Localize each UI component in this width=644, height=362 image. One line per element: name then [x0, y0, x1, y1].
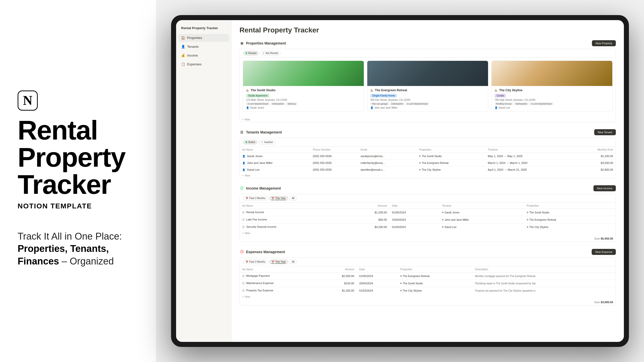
expense-col-description: Description	[472, 266, 616, 273]
tenant-timeline-3: April 1, 2024 → March 31, 2025	[485, 166, 575, 173]
property-badge-retreat: Single-Family Home	[370, 94, 397, 98]
link-dot-1	[419, 155, 421, 157]
property-card-body-studio: 🏠 The Sunlit Studio Studio Apartment 123…	[243, 86, 364, 112]
property-card-studio[interactable]: 🏠 The Sunlit Studio Studio Apartment 123…	[243, 61, 364, 112]
new-property-button[interactable]: New Property	[592, 40, 616, 46]
col-name: As Name	[240, 147, 310, 153]
left-panel: N Rental Property Tracker NOTION TEMPLAT…	[0, 0, 156, 362]
property-address-retreat: 456 Elm Street, Anytown, CA 12345	[370, 99, 485, 101]
calendar-icon-exp: 📅	[246, 261, 248, 263]
tenant-property-3: The City Skyline	[417, 166, 485, 173]
new-expense-button[interactable]: New Expense	[592, 249, 616, 255]
filter-this-year-expenses[interactable]: 📅 This Year	[269, 260, 288, 264]
col-phone: Phone Number	[310, 147, 358, 153]
property-card-body-retreat: 🏠 The Evergreen Retreat Single-Family Ho…	[367, 86, 488, 112]
sidebar-item-income[interactable]: 💰 Income	[178, 52, 229, 59]
expenses-sum: Sum $3,900.00	[240, 299, 616, 305]
property-card-skyline[interactable]: 🏠 The City Skyline Condo 789 High Street…	[491, 61, 613, 112]
tenant-rent-2: $3,500.00	[575, 160, 616, 166]
income-col-tenants: Tenants	[439, 203, 524, 209]
tenant-rent-3: $2,800.00	[575, 166, 616, 173]
filter-not-rented[interactable]: ✕ Not Rented	[260, 51, 280, 55]
properties-box: Rented ✕ Not Rented	[239, 49, 616, 122]
home-icon-skyline: 🏠	[495, 89, 497, 92]
tenant-row-3[interactable]: 👤 David Lee (555) 555-5555 davidlee@emai…	[240, 166, 616, 173]
expenses-section-header: ⓘ Expenses Management New Expense	[239, 249, 616, 255]
feature-tag: In-unit Washer/Dryer	[246, 102, 270, 105]
filter-rented[interactable]: Rented	[243, 51, 259, 55]
tenant-timeline-2: March 1, 2024 → March 1, 2025	[485, 160, 575, 166]
plus-icon: +	[242, 118, 244, 121]
tenants-table: As Name Phone Number Email Properties Ti…	[240, 147, 616, 173]
col-email: Email	[358, 147, 417, 153]
tenant-row-2[interactable]: 👤 John and Jane Miller (555) 555-5555 mi…	[240, 160, 616, 166]
tenant-name-2: 👤 John and Jane Miller	[240, 160, 310, 166]
income-box: 📅 Past 3 Months 📅 This Year All	[239, 194, 616, 242]
tenants-add-row[interactable]: + New	[240, 173, 616, 178]
income-tenant-1: Sarah Jones	[439, 209, 524, 216]
filter-inactive[interactable]: ✕ Inactive	[259, 140, 275, 144]
income-tenant-2: John and Jane Miller	[439, 216, 524, 223]
income-icon: 💰	[181, 54, 185, 57]
filter-past3-expenses[interactable]: 📅 Past 3 Months	[243, 260, 268, 264]
col-timeline: Timeline	[485, 147, 575, 153]
filter-past3-income[interactable]: 📅 Past 3 Months	[243, 196, 268, 200]
expense-col-properties: Properties	[398, 266, 472, 273]
income-amount-3: $4,200.00	[343, 223, 389, 231]
tenant-property-2: The Evergreen Retreat	[417, 160, 485, 166]
feature-tag: Dishwasher	[271, 102, 286, 105]
properties-add-row[interactable]: + New	[240, 117, 616, 122]
expense-desc-3: Property tax payment for The City Skylin…	[472, 287, 616, 294]
home-icon-studio: 🏠	[246, 89, 249, 92]
new-tenant-button[interactable]: New Tenant	[594, 129, 616, 135]
filter-all-income[interactable]: All	[290, 196, 297, 200]
feature-tag: In-unit Washer/Dryer	[406, 102, 429, 105]
income-property-3: The City Skyline	[524, 223, 616, 231]
expense-row-3[interactable]: ⓘ Property Tax Expense $1,250.00 01/03/2…	[240, 287, 616, 294]
property-card-retreat[interactable]: 🏠 The Evergreen Retreat Single-Family Ho…	[367, 61, 488, 112]
notion-main: Rental Property Tracker ⊞ Properties Man…	[231, 20, 624, 342]
active-dot	[246, 141, 247, 143]
tenants-box: Active ✕ Inactive As Name Ph	[239, 138, 616, 178]
feature-tag: Dishwasher	[514, 102, 529, 105]
tenants-section: ☰ Tenants Management New Tenant Active	[239, 129, 616, 178]
expenses-table: As Name Amount Date Properties Descripti…	[240, 266, 616, 294]
sidebar-item-expenses[interactable]: 📋 Expenses	[178, 60, 229, 68]
income-row-1[interactable]: ⓘ Rental Income $1,200.00 01/05/2024 Sar	[240, 209, 616, 216]
person-icon-2: 👤	[242, 162, 245, 164]
income-link-dot-2	[442, 219, 444, 220]
tenant-email-1: sarahjones@ema...	[358, 153, 417, 160]
income-prop-dot-2	[527, 219, 528, 220]
tenant-row-1[interactable]: 👤 Sarah Jones (555) 555-5555 sarahjones@…	[240, 153, 616, 160]
new-income-button[interactable]: New Income	[593, 185, 616, 191]
filter-this-year-income[interactable]: 📅 This Year	[269, 196, 288, 200]
link-dot-2	[419, 162, 421, 164]
income-add-row[interactable]: + New	[240, 231, 616, 236]
income-type-icon-3: ⓘ	[242, 226, 245, 228]
calendar-icon-income: 📅	[246, 197, 248, 200]
expenses-add-row[interactable]: + New	[240, 294, 616, 299]
filter-active[interactable]: Active	[243, 140, 257, 144]
income-row-2[interactable]: ⓘ Late Fee Income $50.00 15/04/2024 John	[240, 216, 616, 223]
property-grid: 🏠 The Sunlit Studio Studio Apartment 123…	[240, 58, 616, 115]
income-date-2: 15/04/2024	[389, 216, 439, 223]
expense-amount-3: $1,250.00	[319, 287, 357, 294]
income-filter-group: 📅 Past 3 Months 📅 This Year All	[240, 194, 616, 203]
sidebar-item-properties[interactable]: 🏠 Properties	[178, 34, 229, 42]
expense-date-2: 20/04/2024	[357, 280, 398, 287]
feature-tag: Rooftop terrace	[495, 102, 513, 105]
income-row-3[interactable]: ⓘ Security Deposit Income $4,200.00 01/0…	[240, 223, 616, 231]
properties-filter-group: Rented ✕ Not Rented	[240, 49, 616, 58]
calendar-icon-exp2: 📅	[271, 261, 274, 263]
property-name-skyline: 🏠 The City Skyline	[495, 88, 609, 92]
property-badge-skyline: Condo	[495, 94, 506, 98]
notion-template-label: NOTION TEMPLATE	[18, 202, 138, 210]
income-name-2: ⓘ Late Fee Income	[240, 216, 343, 223]
expense-row-2[interactable]: ⓘ Maintenance Expense $150.00 20/04/2024	[240, 280, 616, 287]
income-col-date: Date	[389, 203, 439, 209]
property-tenant-retreat: 👤 John and Jane Miller	[370, 106, 485, 109]
tenant-phone-1: (555) 555-5555	[310, 153, 358, 160]
expense-row-1[interactable]: ⓘ Mortgage Payment $2,500.00 01/05/2024	[240, 273, 616, 280]
sidebar-item-tenants[interactable]: 👤 Tenants	[178, 43, 229, 51]
filter-all-expenses[interactable]: All	[290, 260, 297, 264]
